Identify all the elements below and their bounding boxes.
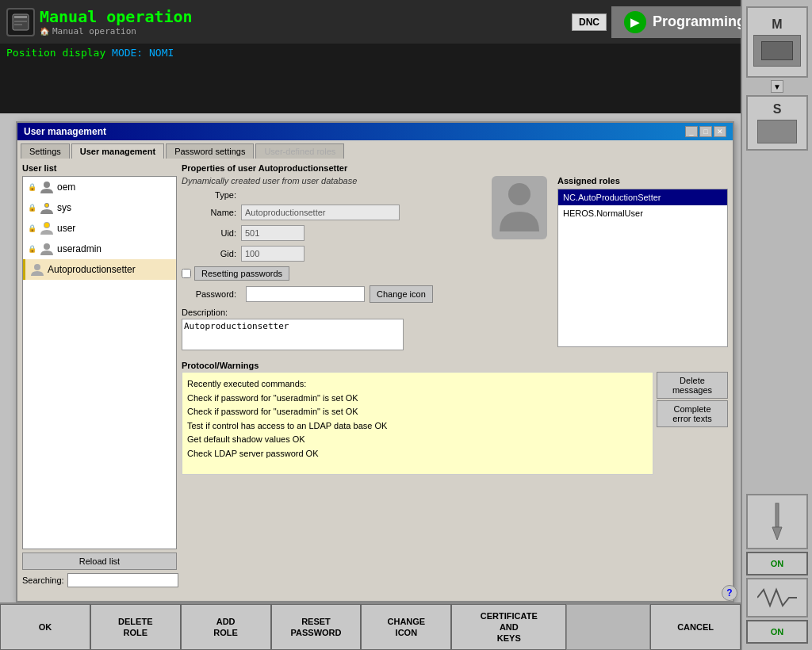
app-icon: [6, 8, 35, 36]
s-button[interactable]: S: [746, 95, 808, 151]
user-list-panel: User list 🔒 oem 🔒: [22, 163, 177, 587]
main-area: User management _ □ ✕ Settings User mana…: [0, 113, 741, 602]
cancel-button[interactable]: CANCEL: [650, 604, 741, 650]
mode-text: MODE: NOMI: [112, 47, 174, 59]
position-bar: Position display MODE: NOMI: [0, 44, 741, 113]
user-name-oem: oem: [57, 182, 75, 193]
dialog-titlebar: User management _ □ ✕: [17, 123, 733, 140]
complete-error-btn[interactable]: Complete error texts: [657, 400, 728, 427]
roles-panel: Assigned roles NC.AutoProductionSetter H…: [557, 176, 728, 354]
lock-icon-user: 🔒: [28, 224, 36, 232]
name-input: [241, 205, 400, 220]
reload-list-button[interactable]: Reload list: [22, 552, 177, 570]
svg-rect-1: [14, 16, 27, 18]
tab-user-defined-roles[interactable]: User-defined roles: [255, 143, 344, 159]
scroll-arrow-down[interactable]: ▼: [771, 80, 783, 93]
svg-marker-5: [772, 527, 782, 540]
user-name-auto: Autoproductionsetter: [48, 264, 136, 275]
wave-button[interactable]: [746, 578, 808, 618]
description-label: Description:: [182, 308, 481, 317]
help-button[interactable]: ?: [722, 585, 737, 601]
user-item-useradmin[interactable]: 🔒 useradmin: [23, 239, 176, 259]
m-label: M: [772, 17, 782, 32]
svg-rect-4: [776, 503, 779, 527]
user-avatar-useradmin: [40, 242, 54, 256]
top-bar: Manual operation 🏠 Manual operation DNC …: [0, 0, 812, 44]
app-title: Manual operation: [40, 7, 193, 26]
change-icon-toolbar-button[interactable]: CHANGE ICON: [361, 604, 451, 650]
protocol-actions: Delete messages Complete error texts: [657, 372, 728, 475]
dialog-title: User management: [24, 126, 106, 137]
reset-password-checkbox[interactable]: [182, 269, 191, 278]
right-panel: M ▼ S ON ON: [741, 0, 812, 650]
user-item-sys[interactable]: 🔒 sys: [23, 197, 176, 218]
props-form: Dynamically created user from user datab…: [182, 176, 481, 354]
protocol-line-4: Get default shadow values OK: [187, 433, 648, 447]
ok-button[interactable]: OK: [0, 604, 90, 650]
name-label: Name:: [182, 208, 241, 217]
password-input[interactable]: [246, 286, 365, 302]
add-role-button[interactable]: ADD ROLE: [181, 604, 271, 650]
user-name-sys: sys: [57, 202, 71, 213]
avatar-area: [488, 176, 551, 354]
description-textarea[interactable]: Autoproductionsetter: [182, 319, 404, 350]
on-button-2[interactable]: ON: [746, 620, 808, 644]
protocol-line-0: Recently executed commands:: [187, 377, 648, 392]
role-item-1[interactable]: HEROS.NormalUser: [558, 205, 727, 221]
uid-label: Uid:: [182, 228, 241, 238]
user-item-user[interactable]: 🔒 user: [23, 218, 176, 239]
search-input[interactable]: [67, 573, 178, 587]
dnc-badge: DNC: [572, 13, 607, 31]
tab-password-settings[interactable]: Password settings: [166, 143, 254, 159]
user-avatar-sys: [40, 201, 54, 215]
svg-point-12: [34, 264, 40, 270]
prog-icon: ▶: [624, 11, 646, 33]
user-avatar-user: [40, 221, 54, 235]
user-item-autoproductionsetter[interactable]: Autoproductionsetter: [23, 259, 176, 280]
role-item-0[interactable]: NC.AutoProductionSetter: [558, 189, 727, 205]
app-subtitle: 🏠 Manual operation: [40, 26, 193, 36]
reset-password-row: Resetting passwords: [182, 266, 481, 281]
protocol-title: Protocol/Warnings: [182, 361, 728, 370]
svg-rect-3: [14, 24, 22, 25]
roles-list: NC.AutoProductionSetter HEROS.NormalUser: [557, 189, 728, 347]
tab-user-management[interactable]: User management: [71, 143, 164, 159]
protocol-line-3: Test if control has access to an LDAP da…: [187, 419, 648, 434]
reset-password-btn[interactable]: Resetting passwords: [194, 266, 289, 281]
m-display: [753, 35, 801, 67]
user-avatar-auto: [30, 262, 44, 277]
toolbar-spacer: [566, 604, 650, 650]
tabs-bar: Settings User management Password settin…: [17, 140, 733, 159]
protocol-line-2: Check if password for "useradmin" is set…: [187, 405, 648, 419]
position-text: Position display: [6, 47, 112, 59]
tool-button[interactable]: [746, 494, 808, 549]
svg-point-11: [44, 243, 50, 250]
type-label: Type:: [182, 190, 241, 200]
protocol-area: Recently executed commands: Check if pas…: [182, 372, 728, 475]
on-button-1[interactable]: ON: [746, 552, 808, 575]
maximize-button[interactable]: □: [699, 126, 712, 137]
protocol-section: Protocol/Warnings Recently executed comm…: [182, 361, 728, 587]
gid-row: Gid:: [182, 246, 481, 262]
svg-rect-2: [14, 21, 27, 22]
user-item-oem[interactable]: 🔒 oem: [23, 177, 176, 197]
minimize-button[interactable]: _: [685, 126, 698, 137]
close-button[interactable]: ✕: [714, 126, 726, 137]
programming-label: Programming: [653, 13, 745, 30]
reset-password-toolbar-button[interactable]: RESET PASSWORD: [271, 604, 362, 650]
props-body: Dynamically created user from user datab…: [182, 176, 728, 354]
delete-messages-btn[interactable]: Delete messages: [657, 372, 728, 399]
m-button[interactable]: M: [746, 6, 808, 78]
user-avatar-oem: [40, 180, 54, 194]
change-icon-btn[interactable]: Change icon: [370, 285, 433, 303]
user-list-label: User list: [22, 163, 177, 173]
gid-input: [241, 246, 304, 262]
password-label: Password:: [182, 289, 241, 299]
delete-role-button[interactable]: DELETE ROLE: [90, 604, 181, 650]
tab-settings[interactable]: Settings: [21, 143, 70, 159]
certificate-keys-button[interactable]: CERTIFICATE AND KEYS: [451, 604, 566, 650]
top-bar-center: DNC ▶ Programming: [572, 6, 764, 38]
svg-point-6: [44, 182, 50, 188]
search-label: Searching:: [22, 575, 64, 585]
bottom-toolbar: OK DELETE ROLE ADD ROLE RESET PASSWORD C…: [0, 602, 741, 650]
